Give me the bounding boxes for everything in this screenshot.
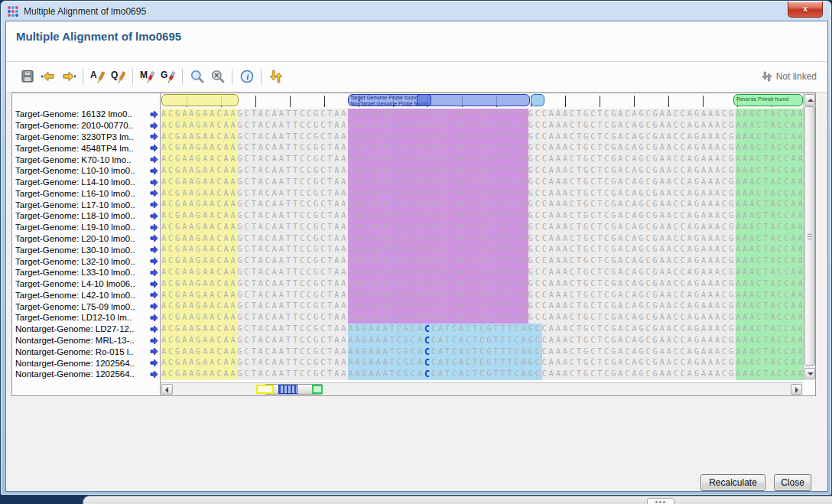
edit-a-button[interactable]: A xyxy=(87,67,108,87)
sequence-name-row[interactable]: Target-Genome: L33-10 lmo0.. xyxy=(12,267,160,278)
probe-annotation-marker[interactable] xyxy=(417,94,431,106)
follow-sequence-arrow-icon[interactable] xyxy=(150,200,158,209)
sequence-name-row[interactable]: Target-Genome: L10-10 lmo0.. xyxy=(12,165,160,177)
follow-sequence-arrow-icon[interactable] xyxy=(150,291,158,299)
edit-q-button[interactable]: Q xyxy=(108,67,128,87)
follow-sequence-arrow-icon[interactable] xyxy=(150,347,158,356)
follow-sequence-arrow-icon[interactable] xyxy=(150,234,158,242)
scroll-right-button[interactable] xyxy=(791,384,802,395)
follow-sequence-arrow-icon[interactable] xyxy=(150,167,158,175)
zoom-reset-button[interactable] xyxy=(207,67,228,87)
nontarget-probe-annotation-tail[interactable] xyxy=(531,94,544,106)
sequence-row[interactable]: ACGAAGAACAAGCTACAATTCCGCTAAAAGAAATCGCATC… xyxy=(161,278,803,290)
sequence-name-row[interactable]: Target-Genome: L18-10 lmo0.. xyxy=(12,210,160,222)
follow-sequence-arrow-icon[interactable] xyxy=(150,280,158,288)
sequence-name-row[interactable]: Nontarget-Genome: MRL-13-.. xyxy=(12,335,160,346)
link-views-button[interactable] xyxy=(265,67,286,87)
sequence-row[interactable]: ACGAAGAACAAGCTACAATTCCGCTAAAAGAAATCGCATC… xyxy=(161,222,803,233)
follow-sequence-arrow-icon[interactable] xyxy=(150,122,158,130)
sequence-alignment-view[interactable]: ACGAAGAACAAGCTACAATTCCGCTAAAAGAAATCGCATC… xyxy=(161,109,803,380)
follow-sequence-arrow-icon[interactable] xyxy=(150,223,158,232)
sequence-row[interactable]: ACGAAGAACAAGCTACAATTCCGCTAAAAGAAATCGCATC… xyxy=(161,109,803,120)
sequence-name-row[interactable]: Target-Genome: L4-10 lmo06.. xyxy=(12,278,160,290)
probe-annotation[interactable]: Target Genome Probe found NonTarget Geno… xyxy=(348,94,530,106)
sequence-name-row[interactable]: Target-Genome: L20-10 lmo0.. xyxy=(12,233,160,245)
follow-sequence-arrow-icon[interactable] xyxy=(150,155,158,164)
recalculate-button[interactable]: Recalculate xyxy=(700,474,765,491)
follow-sequence-arrow-icon[interactable] xyxy=(150,257,158,265)
window-close-button[interactable]: x xyxy=(788,2,823,18)
save-button[interactable] xyxy=(17,67,37,87)
sequence-row[interactable]: ACGAAGAACAAGCTACAATTCCGCTAAAAGAAATCGCATC… xyxy=(161,142,803,154)
sequence-row[interactable]: ACGAAGAACAAGCTACAATTCCGCTAAAAGAAATCGCATC… xyxy=(161,312,803,324)
link-status[interactable]: Not linked xyxy=(761,70,817,83)
sequence-row[interactable]: ACGAAGAACAAGCTACAATTCCGCTAAAAGAAATCGCATC… xyxy=(161,255,803,267)
follow-sequence-arrow-icon[interactable] xyxy=(150,212,158,220)
close-button[interactable]: Close xyxy=(774,474,811,491)
sequence-row[interactable]: ACGAAGAACAAGCTACAATTCCGCTAAAAGAAATCGCACC… xyxy=(161,335,803,346)
follow-sequence-arrow-icon[interactable] xyxy=(150,245,158,254)
next-conflict-button[interactable] xyxy=(58,67,79,87)
sequence-name-row[interactable]: Target-Genome: L17-10 lmo0.. xyxy=(12,199,160,210)
follow-sequence-arrow-icon[interactable] xyxy=(150,337,158,345)
scroll-up-button[interactable] xyxy=(804,94,815,106)
vertical-scroll-thumb[interactable] xyxy=(804,106,815,366)
edit-g-button[interactable]: G xyxy=(158,67,178,87)
sequence-name-row[interactable]: Target-Genome: L14-10 lmo0.. xyxy=(12,177,160,188)
vertical-scrollbar[interactable] xyxy=(803,93,815,380)
horizontal-scrollbar[interactable] xyxy=(161,382,803,395)
sequence-row[interactable]: ACGAAGAACAAGCTACAATTCCGCTAAAAGAAATCGCATC… xyxy=(161,120,803,132)
sequence-row[interactable]: ACGAAGAACAAGCTACAATTCCGCTAAAAGAAATCGCATC… xyxy=(161,244,803,255)
sequence-name-row[interactable]: Target-Genome: L42-10 lmo0.. xyxy=(12,290,160,301)
sequence-name-row[interactable]: Nontarget-Genome: LD27-12.. xyxy=(12,324,160,335)
title-bar[interactable]: Multiple Alignment of lmo0695 x xyxy=(1,1,831,21)
sequence-row[interactable]: ACGAAGAACAAGCTACAATTCCGCTAAAAGAAATCGCATC… xyxy=(161,290,803,301)
sequence-name-row[interactable]: Target-Genome: 3230TP3 lm.. xyxy=(12,132,160,143)
sequence-name-row[interactable]: Target-Genome: 16132 lmo0.. xyxy=(12,109,160,120)
sequence-name-row[interactable]: Nontarget-Genome: 1202564.. xyxy=(12,369,160,380)
sequence-row[interactable]: ACGAAGAACAAGCTACAATTCCGCTAAAAGAAATCGCATC… xyxy=(161,233,803,245)
sequence-row[interactable]: ACGAAGAACAAGCTACAATTCCGCTAAAAGAAATCGCACC… xyxy=(161,357,803,369)
sequence-name-row[interactable]: Target-Genome: 2010-00770.. xyxy=(12,120,160,132)
sequence-name-row[interactable]: Target-Genome: LD12-10 lm.. xyxy=(12,312,160,324)
scroll-down-button[interactable] xyxy=(804,368,815,379)
sequence-row[interactable]: ACGAAGAACAAGCTACAATTCCGCTAAAAGAAATCGCATC… xyxy=(161,199,803,210)
sequence-row[interactable]: ACGAAGAACAAGCTACAATTCCGCTAAAAGAAATCGCATC… xyxy=(161,154,803,165)
sequence-row[interactable]: ACGAAGAACAAGCTACAATTCCGCTAAAAGAAATCGCATC… xyxy=(161,132,803,143)
forward-primer-annotation[interactable] xyxy=(161,94,239,106)
sequence-name-row[interactable]: Nontarget-Genome: Ro-015 l.. xyxy=(12,346,160,357)
sequence-row[interactable]: ACGAAGAACAAGCTACAATTCCGCTAAAAGAAATCGCATC… xyxy=(161,177,803,188)
follow-sequence-arrow-icon[interactable] xyxy=(150,132,158,141)
sequence-name-row[interactable]: Nontarget-Genome: 1202564.. xyxy=(12,357,160,369)
follow-sequence-arrow-icon[interactable] xyxy=(150,314,158,322)
follow-sequence-arrow-icon[interactable] xyxy=(150,110,158,119)
sequence-row[interactable]: ACGAAGAACAAGCTACAATTCCGCTAAAAGAAATCGCACC… xyxy=(161,346,803,358)
sequence-row[interactable]: ACGAAGAACAAGCTACAATTCCGCTAAAAGAAATCGCACC… xyxy=(161,324,803,335)
sequence-name-row[interactable]: Target-Genome: L30-10 lmo0.. xyxy=(12,244,160,255)
edit-m-button[interactable]: M xyxy=(137,67,158,87)
sequence-name-row[interactable]: Target-Genome: 4548TP4 lm.. xyxy=(12,142,160,154)
zoom-button[interactable] xyxy=(187,67,207,87)
sequence-name-row[interactable]: Target-Genome: L16-10 lmo0.. xyxy=(12,187,160,199)
follow-sequence-arrow-icon[interactable] xyxy=(150,178,158,187)
follow-sequence-arrow-icon[interactable] xyxy=(150,144,158,152)
sequence-name-row[interactable]: Target-Genome: L32-10 lmo0.. xyxy=(12,255,160,267)
sequence-row[interactable]: ACGAAGAACAAGCTACAATTCCGCTAAAAGAAATCGCATC… xyxy=(161,210,803,222)
reverse-primer-annotation[interactable]: Reverse Primer found xyxy=(733,94,803,106)
sequence-row[interactable]: ACGAAGAACAAGCTACAATTCCGCTAAAAGAAATCGCACC… xyxy=(161,369,803,380)
follow-sequence-arrow-icon[interactable] xyxy=(150,302,158,311)
sequence-name-row[interactable]: Target-Genome: L75-09 lmo0.. xyxy=(12,301,160,312)
follow-sequence-arrow-icon[interactable] xyxy=(150,359,158,367)
sequence-row[interactable]: ACGAAGAACAAGCTACAATTCCGCTAAAAGAAATCGCATC… xyxy=(161,188,803,200)
scroll-left-button[interactable] xyxy=(161,384,173,395)
sequence-name-row[interactable]: Target-Genome: L19-10 lmo0.. xyxy=(12,222,160,233)
sequence-row[interactable]: ACGAAGAACAAGCTACAATTCCGCTAAAAGAAATCGCATC… xyxy=(161,301,803,312)
follow-sequence-arrow-icon[interactable] xyxy=(150,268,158,277)
follow-sequence-arrow-icon[interactable] xyxy=(150,325,158,333)
follow-sequence-arrow-icon[interactable] xyxy=(150,189,158,197)
info-button[interactable]: i xyxy=(236,67,257,87)
sequence-row[interactable]: ACGAAGAACAAGCTACAATTCCGCTAAAAGAAATCGCATC… xyxy=(161,165,803,177)
previous-conflict-button[interactable] xyxy=(37,67,58,87)
sequence-row[interactable]: ACGAAGAACAAGCTACAATTCCGCTAAAAGAAATCGCATC… xyxy=(161,267,803,278)
sequence-name-row[interactable]: Target-Genome: K70-10 lmo.. xyxy=(12,154,160,165)
